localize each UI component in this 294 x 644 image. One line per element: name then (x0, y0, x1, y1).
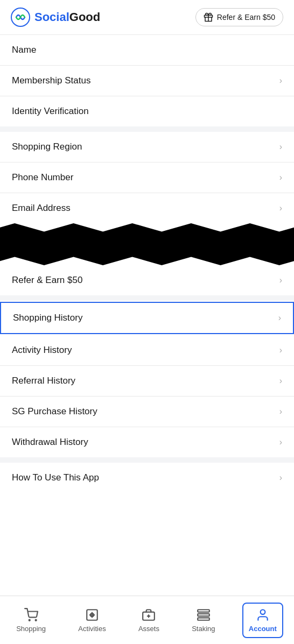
menu-item-referral-history-label: Referral History (12, 376, 75, 386)
section-help: How To Use This App › (0, 463, 294, 493)
menu-item-shopping-history-label: Shopping History (13, 313, 82, 323)
redaction-bar (0, 223, 294, 265)
nav-activities-label: Activities (78, 625, 106, 633)
svg-rect-11 (198, 613, 209, 615)
menu-item-activity-history-label: Activity History (12, 345, 72, 356)
menu-item-sg-purchase-history-label: SG Purchase History (12, 406, 97, 417)
svg-point-3 (29, 619, 30, 620)
chevron-icon: › (279, 173, 282, 182)
menu-item-shopping-region[interactable]: Shopping Region › (0, 132, 294, 162)
menu-item-activity-history[interactable]: Activity History › (0, 335, 294, 366)
menu-item-email-address-label: Email Address (12, 203, 71, 214)
menu-item-withdrawal-history[interactable]: Withdrawal History › (0, 427, 294, 457)
section-divider-3 (0, 457, 294, 463)
menu-item-phone-number-label: Phone Number (12, 172, 73, 183)
chevron-icon: › (279, 275, 282, 285)
section-history: Shopping History › Activity History › Re… (0, 302, 294, 457)
activities-icon (85, 608, 99, 622)
shopping-icon (24, 608, 38, 622)
nav-account-label: Account (249, 625, 277, 633)
menu-item-phone-number[interactable]: Phone Number › (0, 162, 294, 193)
menu-item-refer-earn-label: Refer & Earn $50 (12, 275, 82, 286)
refer-earn-header-label: Refer & Earn $50 (217, 13, 275, 22)
logo-text: SocialGood (34, 10, 100, 24)
svg-point-13 (260, 610, 265, 614)
menu-item-membership-status[interactable]: Membership Status › (0, 66, 294, 96)
section-referral: Refer & Earn $50 › (0, 265, 294, 295)
nav-item-shopping[interactable]: Shopping (11, 604, 51, 637)
svg-point-4 (35, 619, 36, 620)
content-area: Name Membership Status › Identity Verifi… (0, 35, 294, 544)
nav-staking-label: Staking (192, 625, 215, 633)
nav-shopping-label: Shopping (16, 625, 46, 633)
section-divider-1 (0, 126, 294, 132)
menu-item-name-label: Name (12, 45, 36, 55)
svg-rect-12 (198, 618, 209, 620)
menu-item-shopping-history[interactable]: Shopping History › (0, 302, 294, 334)
assets-icon (142, 608, 156, 622)
chevron-icon: › (279, 407, 282, 416)
menu-item-referral-history[interactable]: Referral History › (0, 366, 294, 397)
menu-item-refer-earn[interactable]: Refer & Earn $50 › (0, 265, 294, 295)
section-contact: Shopping Region › Phone Number › Email A… (0, 132, 294, 223)
chevron-icon: › (278, 313, 281, 323)
section-divider-2 (0, 295, 294, 301)
chevron-icon: › (279, 473, 282, 483)
nav-item-activities[interactable]: Activities (73, 604, 111, 637)
nav-item-account[interactable]: Account (242, 603, 283, 638)
menu-item-identity-verification-label: Identity Verification (12, 106, 89, 117)
chevron-icon: › (279, 203, 282, 213)
chevron-icon: › (279, 76, 282, 86)
chevron-icon: › (279, 345, 282, 355)
nav-item-assets[interactable]: Assets (133, 604, 165, 637)
menu-item-withdrawal-history-label: Withdrawal History (12, 437, 88, 448)
menu-item-name[interactable]: Name (0, 35, 294, 66)
menu-item-identity-verification[interactable]: Identity Verification (0, 96, 294, 126)
menu-item-email-address[interactable]: Email Address › (0, 193, 294, 223)
menu-item-how-to-use-label: How To Use This App (12, 472, 99, 483)
menu-item-how-to-use[interactable]: How To Use This App › (0, 463, 294, 493)
gift-icon (204, 12, 213, 22)
section-profile: Name Membership Status › Identity Verifi… (0, 35, 294, 126)
svg-rect-10 (198, 610, 209, 612)
logo: SocialGood (11, 8, 100, 27)
refer-earn-header-button[interactable]: Refer & Earn $50 (195, 8, 283, 26)
menu-item-membership-status-label: Membership Status (12, 75, 90, 86)
app-header: SocialGood Refer & Earn $50 (0, 0, 294, 35)
chevron-icon: › (279, 437, 282, 447)
menu-item-sg-purchase-history[interactable]: SG Purchase History › (0, 397, 294, 427)
bottom-navigation: Shopping Activities Assets Staking (0, 596, 294, 644)
socialgood-logo-icon (11, 8, 30, 27)
nav-assets-label: Assets (138, 625, 159, 633)
menu-item-shopping-region-label: Shopping Region (12, 141, 82, 152)
staking-icon (197, 608, 211, 622)
chevron-icon: › (279, 142, 282, 152)
chevron-icon: › (279, 376, 282, 386)
account-icon (256, 608, 270, 622)
nav-item-staking[interactable]: Staking (186, 604, 220, 637)
